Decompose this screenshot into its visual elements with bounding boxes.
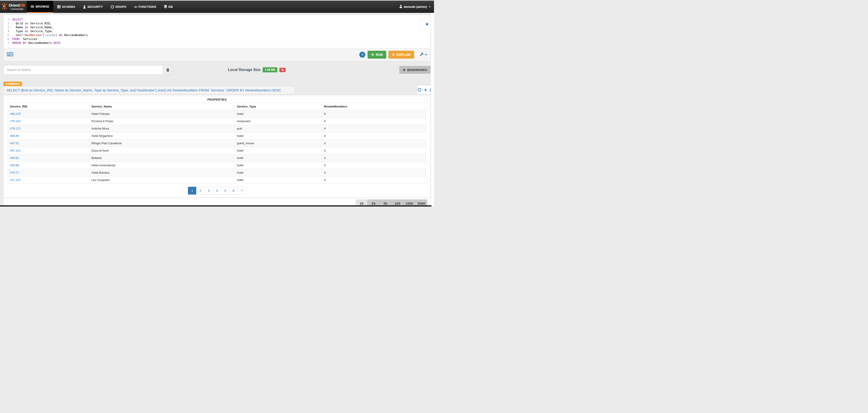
table-cell: 3 (322, 177, 426, 184)
command-section: COMMAND SELECT @rid as Service_RID, Name… (3, 82, 431, 94)
table-cell: hotel (235, 162, 322, 169)
star-icon: ★ (403, 68, 406, 72)
record-rid-link[interactable]: #69:52 (10, 156, 19, 160)
results-table: PROPERTIES Service_RIDService_NameServic… (8, 96, 426, 184)
table-row: #67:121Duca di Kenthotel3 (8, 147, 426, 154)
orientdb-star-icon (1, 3, 8, 11)
record-rid-link[interactable]: #67:121 (10, 149, 21, 152)
table-cell: 3 (322, 140, 426, 147)
code-line: FROM `Services` (12, 37, 88, 41)
record-rid-link[interactable]: #68:120 (10, 112, 21, 116)
page-button-5[interactable]: 5 (221, 187, 229, 195)
record-rid-link[interactable]: #71:107 (10, 178, 21, 182)
record-rid-link[interactable]: #69:86 (10, 163, 19, 167)
code-line: SELECT (12, 18, 88, 21)
nav-tab-functions[interactable]: </>FUNCTIONS (130, 1, 160, 13)
table-cell: Les Coupoles (89, 177, 235, 184)
page-button-2[interactable]: 2 (196, 187, 205, 195)
pagination: 1234567 (188, 187, 246, 195)
help-icon[interactable]: ? (359, 52, 365, 58)
rerun-circle-icon[interactable] (417, 88, 422, 92)
code-line: out("HasReview").size() AS ReviewNumbers (12, 33, 88, 37)
functions-icon: </> (134, 5, 137, 8)
local-storage-label: Local Storage Size (228, 68, 260, 72)
line-number: 1 (4, 18, 9, 21)
record-rid-link[interactable]: #65:65 (10, 134, 19, 137)
column-header-service_rid: Service_RID (8, 103, 90, 110)
line-number: 4 (4, 29, 9, 33)
table-cell: Hotel Brigantino (89, 132, 235, 140)
settings-dropdown[interactable] (420, 52, 427, 57)
record-rid-link[interactable]: #67:52 (10, 141, 19, 145)
code-line: Type as Service_Type, (12, 29, 88, 33)
wrench-icon (420, 52, 424, 57)
page-button-6[interactable]: 6 (229, 187, 238, 195)
keyboard-shortcuts-icon[interactable] (7, 52, 13, 57)
results-table-body: #68:120Hotel Felicytahotel5#75:152Pizzer… (8, 110, 426, 184)
clear-history-button[interactable] (163, 65, 173, 75)
brand-subtitle: Community (10, 8, 25, 10)
code-line: @rid as Service_RID, (12, 21, 88, 25)
column-header-service_type: Service_Type (235, 103, 322, 110)
code-editor[interactable]: 1234567 SELECT @rid as Service_RID, Name… (4, 15, 430, 48)
results-card: PROPERTIES Service_RIDService_NameServic… (3, 95, 431, 198)
table-row: #70:77Hotel Bavariahotel3 (8, 169, 426, 177)
reset-storage-button[interactable]: ♻ (279, 68, 286, 72)
table-cell: Pizzeria Il Pirata (89, 118, 235, 125)
code-lines: SELECT @rid as Service_RID, Name as Serv… (11, 18, 88, 45)
table-cell: hotel (235, 110, 322, 118)
nav-tab-db[interactable]: DB (160, 1, 177, 13)
nav-tab-browse[interactable]: BROWSE (27, 1, 53, 13)
record-rid-link[interactable]: #79:172 (10, 127, 21, 130)
table-cell: 3 (322, 132, 426, 140)
nav-tab-graph[interactable]: GRAPH (107, 1, 130, 13)
database-icon (164, 5, 167, 8)
table-cell: guest_house (235, 140, 322, 147)
orientdb-logo[interactable]: OrientDB Community (0, 1, 27, 13)
query-editor: 1234567 SELECT @rid as Service_RID, Name… (3, 15, 431, 61)
scrollbar-track[interactable] (431, 13, 434, 206)
table-cell: Duca di Kent (89, 147, 235, 154)
nav-tab-schema[interactable]: SCHEMA (53, 1, 79, 13)
table-cell: pub (235, 125, 322, 132)
table-cell: hotel (235, 169, 322, 177)
explain-button[interactable]: ⚙ EXPLAIN (389, 51, 414, 59)
chevron-down-icon (425, 54, 427, 55)
table-cell: 3 (322, 169, 426, 177)
user-icon (83, 5, 86, 8)
nav-tab-label: SCHEMA (62, 5, 75, 8)
line-number: 3 (4, 25, 9, 29)
run-button[interactable]: ⚙ RUN (368, 51, 386, 59)
gear-icon: ⚙ (371, 53, 374, 57)
nav-tab-label: BROWSE (36, 5, 50, 8)
bookmarks-button[interactable]: ★ BOOKMARKS (399, 66, 431, 74)
user-menu[interactable]: demodb (admin) (399, 1, 434, 13)
column-header-service_name: Service_Name (89, 103, 235, 110)
nav-tab-security[interactable]: SECURITY (79, 1, 106, 13)
record-rid-link[interactable]: #70:77 (10, 171, 19, 174)
record-rid-link[interactable]: #75:152 (10, 120, 21, 123)
column-header-reviewnumbers: ReviewNumbers (322, 103, 426, 110)
editor-toolbar: ? ⚙ RUN ⚙ EXPLAIN (4, 48, 430, 61)
local-storage-size: Local Storage Size 1.08 MB ♻ (228, 67, 286, 72)
page-button-4[interactable]: 4 (213, 187, 221, 195)
table-cell: hotel (235, 177, 322, 184)
nav-tab-label: SECURITY (87, 5, 103, 8)
command-query-text[interactable]: SELECT @rid as Service_RID, Name as Serv… (3, 86, 295, 94)
line-number: 6 (4, 37, 9, 41)
table-cell: Hotel Bavaria (89, 169, 235, 177)
bookmark-star-icon[interactable]: ★ (424, 88, 427, 92)
table-row: #71:107Les Coupoleshotel3 (8, 177, 426, 184)
table-cell: hotel (235, 154, 322, 162)
table-cell: Hotel Armentarola (89, 162, 235, 169)
table-cell: hotel (235, 147, 322, 154)
search-history-input[interactable] (3, 65, 163, 75)
user-menu-label: demodb (admin) (404, 5, 427, 8)
table-cell: 4 (322, 125, 426, 132)
page-button-3[interactable]: 3 (205, 187, 213, 195)
table-cell: 4 (322, 118, 426, 125)
command-badge: COMMAND (3, 82, 22, 86)
page-button-1[interactable]: 1 (188, 187, 196, 195)
code-line: ORDER BY ReviewNumbers DESC (12, 41, 88, 45)
page-button-7[interactable]: 7 (238, 187, 246, 195)
